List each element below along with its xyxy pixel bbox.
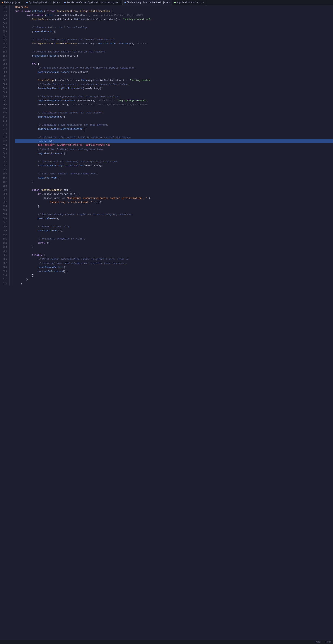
code-line [15, 184, 333, 188]
code-line: finishBeanFactoryInitialization(beanFact… [15, 164, 333, 168]
gutter-cell [9, 184, 13, 188]
tab-mainapp[interactable]: MainApp.java ✕ [0, 0, 24, 5]
line-number: 597 [0, 221, 8, 225]
gutter-cell [9, 26, 13, 30]
line-number: 558 [0, 62, 8, 66]
line-number: 609 [0, 270, 8, 274]
tab-applicationconte[interactable]: ApplicationConte... ✕ [172, 0, 206, 5]
code-line: // Last step: publish corresponding even… [15, 172, 333, 176]
tab-label-servlet: ServletWebServerApplicationContext.java [66, 1, 118, 4]
line-number: 560 [0, 70, 8, 74]
line-number: 549 [0, 26, 8, 30]
code-line: finishRefresh(); [15, 176, 333, 180]
gutter-cell [9, 261, 13, 265]
line-number: 586 [0, 176, 8, 180]
code-line: // Reset 'active' flag. [15, 225, 333, 229]
code-line [15, 22, 333, 26]
code-line: resetCommonCaches(); [15, 265, 333, 270]
tab-close-mainapp[interactable]: ✕ [21, 2, 22, 4]
code-line: prepareRefresh(); [15, 30, 333, 34]
gutter-cell [9, 123, 13, 127]
line-number: 590 [0, 192, 8, 196]
line-number: 595 [0, 212, 8, 216]
line-number: 571 [0, 115, 8, 119]
line-number: 606 [0, 257, 8, 261]
tab-servletwebserver[interactable]: ServletWebServerApplicationContext.java … [62, 0, 123, 5]
code-line: // Destroy already created singletons to… [15, 212, 333, 216]
tab-dot-appconte [174, 2, 176, 3]
line-number: 546 [0, 13, 8, 17]
gutter-cell [9, 50, 13, 54]
line-number: 583 [0, 164, 8, 168]
code-line: StartupStep beanPostProcess = this.appli… [15, 78, 333, 82]
gutter-cell [9, 180, 13, 184]
gutter-cell [9, 257, 13, 261]
line-number: 570 [0, 111, 8, 115]
line-number: 568 [0, 103, 8, 107]
code-editor: 5445455465475485495505515525535545555565… [0, 5, 333, 286]
code-line: try { [15, 62, 333, 66]
code-line: // Check for listener beans and register… [15, 148, 333, 152]
line-number: 607 [0, 261, 8, 265]
line-number: 561 [0, 74, 8, 78]
gutter-cell: ⚡ [9, 9, 13, 13]
code-line: logger.warn( o: "Exception encountered d… [15, 196, 333, 200]
line-number: 608 [0, 265, 8, 270]
tab-label-appconte: ApplicationConte... [177, 1, 202, 4]
tab-abstractapp[interactable]: AbstractApplicationContext.java ✕ [123, 0, 172, 5]
code-line [15, 221, 333, 225]
code-line: StartupStep contextRefresh = this.applic… [15, 17, 333, 22]
gutter-cell [9, 78, 13, 82]
code-line: initApplicationEventMulticaster(); [15, 127, 333, 131]
code-line: prepareBeanFactory(beanFactory); [15, 54, 333, 58]
gutter-cell [9, 156, 13, 160]
tab-close-springapp[interactable]: ✕ [59, 2, 60, 4]
line-number: 579 [0, 148, 8, 152]
code-line: } [15, 204, 333, 208]
code-line: // Instantiate all remaining (non-lazy-i… [15, 160, 333, 164]
gutter-cell [9, 278, 13, 282]
line-numbers: 5445455465475485495505515525535545555565… [0, 5, 9, 286]
annotation-line: 相当于模板模式，当父类完成通用的工作后，再重新动态绑定到子类 [15, 144, 333, 148]
gutter-cell [9, 90, 13, 94]
tab-close-appconte[interactable]: ✕ [203, 2, 204, 4]
code-line [15, 249, 333, 253]
gutter-cell [9, 208, 13, 212]
code-line: // Tell the subclass to refresh the inte… [15, 38, 333, 42]
line-number: 554 [0, 46, 8, 50]
code-line: synchronized (this.startupShutdownMonito… [15, 13, 333, 17]
tab-dot-servlet [64, 2, 65, 3]
code-line: ConfigurableListableBeanFactory beanFact… [15, 42, 333, 46]
gutter-cell [9, 5, 13, 9]
line-number: 544 [0, 5, 8, 9]
gutter-cell [9, 237, 13, 241]
line-number: 553 [0, 42, 8, 46]
tab-close-abstract[interactable]: ✕ [169, 2, 170, 4]
tab-springapplication[interactable]: SpringApplication.java ✕ [24, 0, 62, 5]
line-number: 564 [0, 86, 8, 90]
code-line: initMessageSource(); [15, 115, 333, 119]
gutter-cell [9, 160, 13, 164]
line-number: 552 [0, 38, 8, 42]
line-number: 596 [0, 216, 8, 221]
code-line [15, 208, 333, 212]
line-number: 551 [0, 34, 8, 38]
code-line: // Propagate exception to caller. [15, 237, 333, 241]
code-line: } [15, 274, 333, 278]
line-number: 548 [0, 22, 8, 26]
code-line: // Prepare this context for refreshing. [15, 26, 333, 30]
line-number: 556 [0, 54, 8, 58]
gutter-cell [9, 144, 13, 148]
line-number: 591 [0, 196, 8, 200]
gutter-cell [9, 70, 13, 74]
code-line: if (logger.isWarnEnabled()) { [15, 192, 333, 196]
code-line: // Initialize message source for this co… [15, 111, 333, 115]
code-line [15, 34, 333, 38]
code-line: throw ex; [15, 241, 333, 245]
gutter-cell [9, 38, 13, 42]
line-number: 580 [0, 152, 8, 156]
tab-close-servlet[interactable]: ✕ [119, 2, 121, 4]
line-number: 604 [0, 249, 8, 253]
line-number: 612 [0, 282, 8, 286]
code-line: // Allows post-processing of the bean fa… [15, 66, 333, 70]
